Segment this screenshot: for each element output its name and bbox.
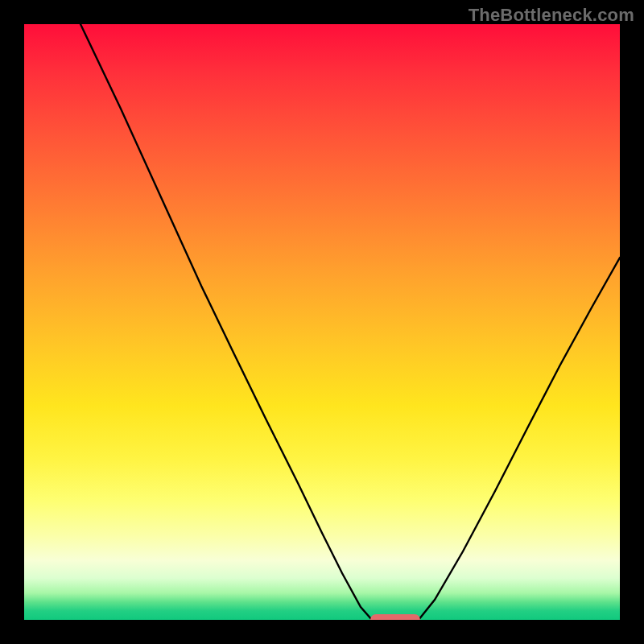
- bottleneck-curve: [24, 24, 620, 620]
- chart-frame: TheBottleneck.com: [0, 0, 644, 644]
- watermark-text: TheBottleneck.com: [469, 5, 634, 26]
- curve-path: [80, 24, 620, 620]
- optimum-marker: [370, 614, 420, 620]
- plot-area: [24, 24, 620, 620]
